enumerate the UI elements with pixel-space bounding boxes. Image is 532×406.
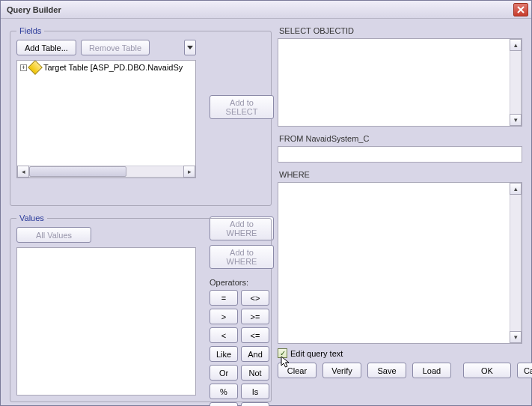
operators-column: Add to WHERE Operators: = <> > >= < <= L… [210, 245, 274, 406]
op-le[interactable]: <= [241, 327, 269, 343]
operators-label: Operators: [210, 278, 274, 287]
scroll-up-icon[interactable]: ▴ [510, 183, 522, 195]
table-dropdown-button[interactable] [184, 40, 196, 55]
op-eq[interactable]: = [210, 290, 238, 306]
cancel-button[interactable]: Cancel [517, 363, 532, 378]
op-gt[interactable]: > [210, 309, 238, 324]
scroll-up-icon[interactable]: ▴ [510, 39, 522, 51]
tree-row[interactable]: + Target Table [ASP_PD.DBO.NavaidSy [17, 61, 195, 74]
op-or[interactable]: Or [210, 365, 238, 381]
close-button[interactable] [513, 3, 528, 16]
select-vscroll[interactable]: ▴ ▾ [510, 39, 522, 126]
where-vscroll[interactable]: ▴ ▾ [510, 183, 522, 343]
scroll-track[interactable] [29, 166, 183, 178]
edit-query-row: ✓ Edit query text [278, 348, 522, 358]
edit-query-checkbox[interactable]: ✓ [278, 348, 287, 358]
load-button[interactable]: Load [412, 363, 451, 378]
scroll-thumb[interactable] [29, 166, 126, 177]
values-fieldset: Values All Values Add to WHERE Operators… [10, 213, 272, 402]
titlebar: Query Builder [1, 1, 531, 19]
op-pct[interactable]: % [210, 384, 238, 399]
op-ne[interactable]: <> [241, 290, 269, 306]
save-button[interactable]: Save [367, 363, 406, 378]
op-lparen[interactable]: ( [210, 402, 238, 406]
expand-icon[interactable]: + [20, 64, 27, 71]
operators-grid: = <> > >= < <= Like And Or Not % Is ( ) [210, 290, 274, 406]
op-rparen[interactable]: ) [241, 402, 269, 406]
fields-fieldset: Fields Add Table... Remove Table + Targe… [10, 26, 272, 206]
scroll-right-button[interactable]: ▸ [183, 166, 195, 178]
content-area: Fields Add Table... Remove Table + Targe… [1, 19, 531, 405]
scroll-down-icon[interactable]: ▾ [510, 331, 522, 343]
scroll-track[interactable] [510, 51, 522, 114]
left-column: Fields Add Table... Remove Table + Targe… [10, 26, 272, 402]
select-label: SELECT OBJECTID [279, 26, 522, 35]
values-listbox[interactable] [16, 247, 196, 396]
tree-hscrollbar[interactable]: ◂ ▸ [17, 166, 195, 178]
verify-button[interactable]: Verify [322, 363, 361, 378]
op-is[interactable]: Is [241, 384, 269, 399]
values-top-row: All Values [16, 227, 265, 243]
from-input[interactable] [278, 146, 522, 163]
all-values-button[interactable]: All Values [16, 227, 91, 243]
from-label: FROM NavaidSystem_C [279, 134, 522, 143]
fields-legend: Fields [16, 26, 44, 35]
fields-tree[interactable]: + Target Table [ASP_PD.DBO.NavaidSy ◂ ▸ [16, 60, 196, 178]
scroll-left-button[interactable]: ◂ [17, 166, 29, 178]
query-builder-window: Query Builder Fields Add Table... Remove… [0, 0, 532, 406]
right-column: SELECT OBJECTID ▴ ▾ FROM NavaidSystem_C … [278, 26, 522, 398]
table-icon [28, 60, 43, 75]
edit-query-label: Edit query text [290, 349, 343, 358]
add-to-select-button[interactable]: Add to SELECT [210, 95, 274, 119]
ok-button[interactable]: OK [463, 363, 511, 378]
tree-item-label: Target Table [ASP_PD.DBO.NavaidSy [43, 63, 183, 72]
values-legend: Values [16, 213, 47, 222]
remove-table-button[interactable]: Remove Table [81, 40, 150, 55]
window-title: Query Builder [7, 5, 513, 14]
where-label: WHERE [279, 170, 522, 179]
scroll-down-icon[interactable]: ▾ [510, 114, 522, 126]
select-textarea[interactable]: ▴ ▾ [278, 38, 522, 127]
op-lt[interactable]: < [210, 327, 238, 343]
add-table-button[interactable]: Add Table... [16, 40, 76, 55]
op-ge[interactable]: >= [241, 309, 269, 324]
fields-top-row: Add Table... Remove Table [16, 40, 196, 55]
op-and[interactable]: And [241, 346, 269, 362]
op-like[interactable]: Like [210, 346, 238, 362]
where-textarea[interactable]: ▴ ▾ [278, 182, 522, 344]
add-to-where-values-button[interactable]: Add to WHERE [210, 245, 274, 269]
op-not[interactable]: Not [241, 365, 269, 381]
clear-button[interactable]: Clear [278, 363, 317, 378]
bottom-button-row: Clear Verify Save Load OK Cancel [278, 363, 522, 378]
scroll-track[interactable] [510, 195, 522, 331]
